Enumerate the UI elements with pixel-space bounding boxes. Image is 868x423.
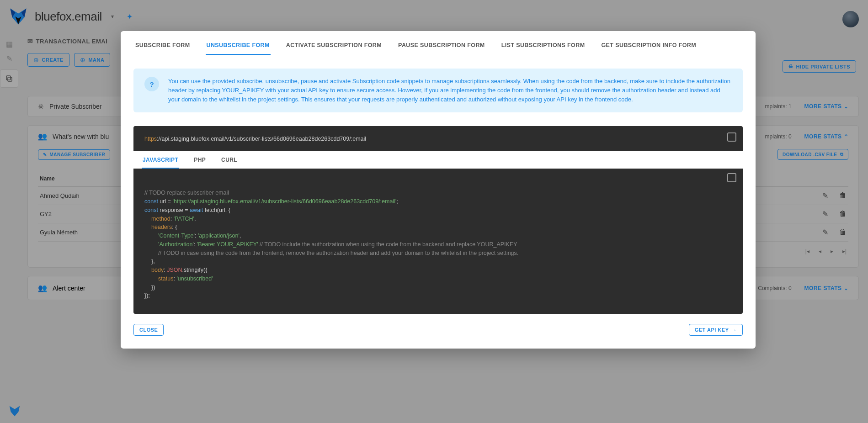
code-token: }) bbox=[151, 284, 155, 291]
code-token: 'https://api.staging.bluefox.email/v1/su… bbox=[173, 198, 397, 205]
code-token: // TODO in case using the code from the … bbox=[158, 250, 518, 256]
code-line: // TODO replace subscriber email bbox=[144, 190, 229, 196]
tab-subscribe-form[interactable]: SUBSCRIBE FORM bbox=[134, 42, 191, 55]
code-token: const bbox=[144, 198, 158, 205]
code-token: response = bbox=[158, 207, 190, 213]
url-snippet: https://api.staging.bluefox.email/v1/sub… bbox=[133, 126, 743, 151]
info-banner: ? You can use the provided subscribe, un… bbox=[133, 69, 743, 112]
code-token: : { bbox=[172, 224, 177, 230]
tab-unsubscribe-form[interactable]: UNSUBSCRIBE FORM bbox=[206, 42, 271, 55]
code-modal: SUBSCRIBE FORM UNSUBSCRIBE FORM ACTIVATE… bbox=[121, 31, 756, 349]
code-snippet: // TODO replace subscriber email const u… bbox=[133, 169, 743, 314]
code-token: 'PATCH' bbox=[174, 216, 194, 222]
code-token: }); bbox=[144, 292, 150, 299]
tab-curl[interactable]: CURL bbox=[220, 157, 238, 169]
tab-pause-subscription-form[interactable]: PAUSE SUBSCRIPTION FORM bbox=[397, 42, 486, 55]
code-token: method bbox=[151, 216, 170, 222]
code-token: 'Bearer YOUR_APIKEY' bbox=[197, 241, 258, 248]
modal-footer: CLOSE GET API KEY → bbox=[121, 314, 756, 338]
info-text: You can use the provided subscribe, unsu… bbox=[168, 77, 732, 104]
code-token: .stringify({ bbox=[182, 267, 207, 273]
code-token: status bbox=[158, 275, 173, 282]
get-api-key-button[interactable]: GET API KEY → bbox=[689, 324, 743, 336]
code-language-tabs: JAVASCRIPT PHP CURL bbox=[133, 151, 743, 169]
code-token: headers bbox=[151, 224, 172, 230]
code-token: : bbox=[194, 241, 197, 248]
code-token: : bbox=[195, 233, 198, 239]
code-token: : bbox=[170, 216, 174, 222]
code-token: 'Authorization' bbox=[158, 241, 194, 248]
code-token: , bbox=[240, 233, 241, 239]
get-api-key-label: GET API KEY bbox=[695, 327, 729, 333]
code-token: fetch(url, { bbox=[203, 207, 230, 213]
tab-activate-subscription-form[interactable]: ACTIVATE SUBSCRIPTION FORM bbox=[285, 42, 383, 55]
tab-get-subscription-info-form[interactable]: GET SUBSCRIPTION INFO FORM bbox=[600, 42, 697, 55]
tab-php[interactable]: PHP bbox=[193, 157, 207, 169]
code-token: const bbox=[144, 207, 158, 213]
code-token: body bbox=[151, 267, 164, 273]
code-token: , bbox=[194, 216, 196, 222]
code-token: }, bbox=[151, 258, 155, 264]
close-button[interactable]: CLOSE bbox=[133, 324, 164, 336]
copy-icon[interactable] bbox=[727, 132, 736, 142]
code-token: ; bbox=[396, 198, 398, 205]
url-scheme: https bbox=[144, 136, 157, 142]
tab-javascript[interactable]: JAVASCRIPT bbox=[142, 157, 179, 169]
code-token: JSON bbox=[167, 267, 182, 273]
code-token: await bbox=[190, 207, 203, 213]
code-token: 'Content-Type' bbox=[158, 233, 195, 239]
modal-tabs: SUBSCRIBE FORM UNSUBSCRIBE FORM ACTIVATE… bbox=[121, 31, 756, 55]
code-token: // TODO include the authorization when u… bbox=[260, 241, 517, 248]
arrow-right-icon: → bbox=[732, 327, 737, 333]
code-token: 'unsubscribed' bbox=[176, 275, 213, 282]
help-icon: ? bbox=[144, 77, 159, 91]
code-token: 'application/json' bbox=[198, 233, 240, 239]
copy-icon[interactable] bbox=[727, 173, 736, 182]
url-path: ://api.staging.bluefox.email/v1/subscrib… bbox=[157, 136, 366, 142]
tab-list-subscriptions-form[interactable]: LIST SUBSCRIPTIONS FORM bbox=[501, 42, 586, 55]
code-token: url = bbox=[158, 198, 173, 205]
